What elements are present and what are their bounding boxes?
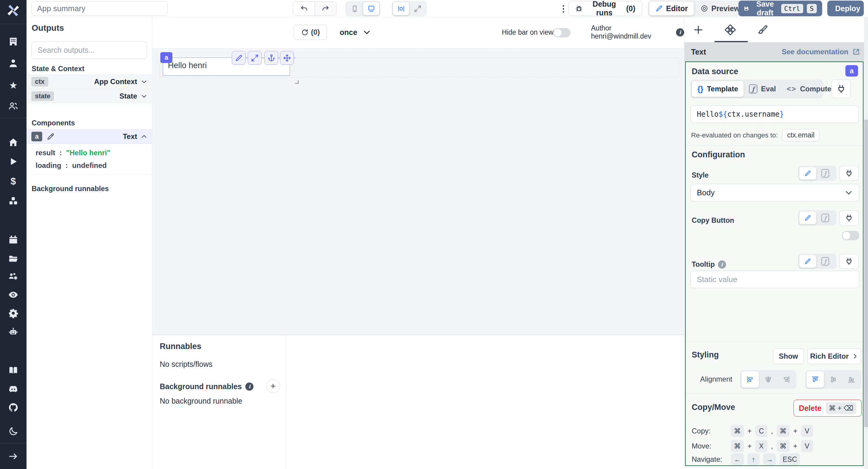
- discord-icon[interactable]: [8, 384, 19, 394]
- eval-function-icon[interactable]: ƒ: [817, 214, 833, 222]
- audit-eye-icon[interactable]: [8, 290, 19, 300]
- github-icon[interactable]: [8, 402, 19, 413]
- info-icon[interactable]: i: [718, 260, 726, 269]
- copy-button-input-kind-toggle: ƒ: [798, 210, 836, 225]
- component-move-icon[interactable]: [280, 51, 294, 65]
- scrollbar[interactable]: [864, 17, 868, 469]
- fullwidth-layout-button[interactable]: [410, 2, 426, 15]
- resources-cubes-icon[interactable]: [8, 196, 19, 206]
- deploy-button[interactable]: Deploy: [827, 1, 864, 16]
- data-source-title: Data source: [692, 67, 738, 76]
- output-row-ctx[interactable]: ctx App Context: [27, 74, 152, 89]
- static-pencil-icon[interactable]: [799, 212, 816, 224]
- compute-tab[interactable]: <>Compute: [781, 81, 837, 97]
- editor-tab[interactable]: Editor: [649, 1, 694, 15]
- user-icon[interactable]: [8, 58, 19, 68]
- output-row-state[interactable]: state State: [27, 89, 152, 103]
- align-middle-vertical-icon[interactable]: [825, 371, 842, 387]
- chevron-down-icon[interactable]: [141, 93, 147, 99]
- template-tab[interactable]: {}Template: [692, 81, 744, 97]
- ai-robot-icon[interactable]: [8, 327, 19, 337]
- info-icon[interactable]: i: [676, 28, 684, 36]
- community-icon[interactable]: [8, 101, 19, 111]
- undo-redo-group: [293, 1, 336, 16]
- resize-handle[interactable]: [295, 80, 299, 84]
- chevron-right-icon: [852, 353, 858, 359]
- undo-button[interactable]: [293, 2, 315, 15]
- desktop-view-button[interactable]: [363, 2, 379, 15]
- copy-move-title: Copy/Move: [692, 403, 735, 412]
- chevron-down-icon: [844, 188, 853, 197]
- component-expand-icon[interactable]: [248, 51, 261, 65]
- eval-function-icon[interactable]: ƒ: [817, 169, 833, 178]
- eval-function-icon[interactable]: ƒ: [817, 257, 833, 265]
- template-expression-input[interactable]: Hello ${ctx.username}: [690, 105, 859, 123]
- refresh-button[interactable]: (0): [294, 25, 327, 40]
- hide-bar-toggle[interactable]: [553, 28, 570, 37]
- add-background-runnable-button[interactable]: +: [266, 379, 280, 393]
- tooltip-static-input[interactable]: [690, 271, 859, 288]
- component-settings-tab[interactable]: [724, 23, 737, 36]
- canvas-grid[interactable]: Hello henri a: [152, 48, 684, 335]
- connect-plug-icon[interactable]: [839, 166, 859, 181]
- static-pencil-icon[interactable]: [799, 167, 816, 180]
- styling-brush-tab[interactable]: [756, 23, 770, 36]
- insert-component-tab[interactable]: [692, 23, 705, 36]
- align-right-icon[interactable]: [778, 371, 795, 387]
- redo-button[interactable]: [315, 2, 336, 15]
- reeval-dependency-badge[interactable]: ctx.email: [782, 129, 820, 142]
- align-center-horizontal-icon[interactable]: [760, 371, 777, 387]
- vertical-alignment-group: [805, 370, 861, 389]
- docs-book-icon[interactable]: [8, 365, 19, 376]
- component-type-label: Text: [123, 132, 137, 141]
- copy-button-toggle[interactable]: [842, 231, 859, 240]
- eval-tab[interactable]: ƒEval: [744, 81, 781, 97]
- groups-admin-icon[interactable]: [8, 271, 19, 282]
- home-icon[interactable]: [8, 137, 19, 147]
- dark-mode-moon-icon[interactable]: [8, 426, 19, 436]
- app-summary-input[interactable]: [31, 1, 167, 16]
- delete-component-button[interactable]: Delete ⌘ + ⌫: [794, 400, 862, 416]
- component-edit-pencil-icon[interactable]: [232, 51, 246, 65]
- align-bottom-icon[interactable]: [843, 371, 860, 387]
- save-draft-button[interactable]: Save draft Ctrl S: [738, 1, 822, 16]
- state-badge: state: [31, 91, 54, 101]
- mobile-view-button[interactable]: [347, 2, 363, 15]
- style-select[interactable]: Body: [690, 184, 859, 201]
- workspace-icon[interactable]: [8, 36, 19, 47]
- favorites-star-icon[interactable]: ★: [8, 80, 19, 90]
- align-left-icon[interactable]: [741, 371, 759, 387]
- chevron-down-icon[interactable]: [141, 79, 147, 85]
- styling-show-button[interactable]: Show: [773, 348, 804, 364]
- component-anchor-icon[interactable]: [264, 51, 278, 65]
- align-top-icon[interactable]: [807, 371, 824, 387]
- rename-pencil-icon[interactable]: [46, 132, 55, 141]
- recompute-mode-dropdown[interactable]: once: [340, 25, 371, 40]
- settings-header: Text See documentation: [684, 42, 868, 61]
- windmill-logo-icon[interactable]: [6, 3, 21, 18]
- connect-plug-icon[interactable]: [832, 80, 851, 98]
- search-outputs-input[interactable]: [31, 41, 147, 59]
- debug-runs-button[interactable]: Debug runs (0): [568, 1, 642, 16]
- see-documentation-link[interactable]: See documentation: [782, 48, 861, 56]
- folders-icon[interactable]: [8, 253, 19, 263]
- billing-dollar-icon[interactable]: $: [8, 176, 19, 186]
- runs-play-icon[interactable]: [8, 156, 19, 167]
- scrollbar-thumb[interactable]: [864, 120, 868, 427]
- outputs-title: Outputs: [32, 23, 64, 33]
- chevron-up-icon[interactable]: [141, 133, 147, 140]
- centered-layout-button[interactable]: [393, 2, 409, 15]
- output-row-component-a[interactable]: a Text: [27, 129, 152, 144]
- output-loading-row[interactable]: loading:undefined: [36, 161, 107, 170]
- info-icon[interactable]: i: [245, 382, 253, 390]
- settings-gear-icon[interactable]: [8, 308, 19, 318]
- collapse-arrow-icon[interactable]: [8, 451, 19, 462]
- connect-plug-icon[interactable]: [839, 254, 859, 269]
- connect-plug-icon[interactable]: [839, 210, 859, 225]
- schedules-calendar-icon[interactable]: [8, 234, 19, 245]
- runnables-empty-text: No scripts/flows: [160, 360, 213, 369]
- output-result-row[interactable]: result:"Hello henri": [36, 149, 110, 157]
- static-pencil-icon[interactable]: [799, 255, 816, 268]
- rich-editor-button[interactable]: Rich Editor: [807, 348, 861, 364]
- more-options-kebab-icon[interactable]: [559, 3, 568, 15]
